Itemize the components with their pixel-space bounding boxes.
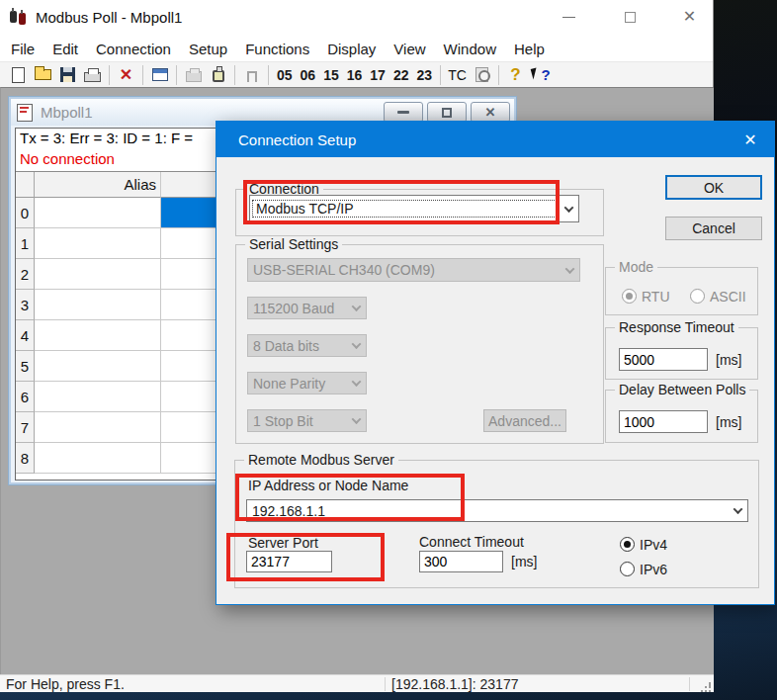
- ip-address-combo[interactable]: 192.168.1.1: [246, 499, 748, 522]
- resize-grip-icon[interactable]: [709, 684, 711, 686]
- about-button[interactable]: ?: [503, 64, 528, 86]
- connection-type-value: Modbus TCP/IP: [251, 199, 558, 219]
- test-center-button[interactable]: TC: [445, 64, 470, 86]
- row-header-0[interactable]: 0: [16, 198, 35, 228]
- server-port-label: Server Port: [248, 535, 318, 551]
- row-header-6[interactable]: 6: [16, 382, 35, 412]
- ipv6-label: IPv6: [640, 562, 667, 577]
- function-button-06[interactable]: 06: [297, 67, 320, 83]
- delay-between-polls-unit: [ms]: [716, 414, 741, 430]
- connection-type-combo[interactable]: Modbus TCP/IP: [249, 195, 579, 222]
- alias-cell-6[interactable]: [35, 382, 161, 412]
- chevron-down-icon: [346, 298, 366, 318]
- function-button-16[interactable]: 16: [343, 67, 367, 83]
- alias-cell-1[interactable]: [35, 228, 161, 259]
- menu-item-setup[interactable]: Setup: [180, 38, 236, 60]
- toolbar-separator: [498, 65, 499, 85]
- minimize-button[interactable]: [547, 0, 591, 34]
- menu-item-window[interactable]: Window: [435, 38, 505, 60]
- menu-item-functions[interactable]: Functions: [236, 38, 318, 60]
- alias-cell-3[interactable]: [35, 290, 161, 320]
- close-icon: ✕: [683, 9, 696, 25]
- open-file-button[interactable]: [31, 64, 55, 86]
- delete-button[interactable]: ✕: [114, 64, 138, 86]
- rtu-label: RTU: [642, 289, 670, 305]
- dialog-close-button[interactable]: ✕: [727, 122, 774, 157]
- status-bar: For Help, press F1. [192.168.1.1]: 23177: [0, 674, 714, 692]
- document-close-button[interactable]: ✕: [471, 102, 510, 123]
- alias-cell-8[interactable]: [35, 443, 161, 474]
- chevron-down-icon: [346, 410, 366, 431]
- alias-cell-4[interactable]: [35, 320, 161, 351]
- print-button[interactable]: [80, 64, 105, 86]
- stop-bits-combo: 1 Stop Bit: [247, 409, 367, 432]
- delay-between-polls-input[interactable]: [619, 410, 708, 433]
- menu-item-file[interactable]: File: [2, 38, 43, 60]
- remote-server-group-label: Remote Modbus Server: [244, 452, 398, 468]
- alias-cell-7[interactable]: [35, 412, 161, 443]
- ip-address-label: IP Address or Node Name: [248, 478, 408, 493]
- open-folder-icon: [35, 69, 51, 80]
- function-button-15[interactable]: 15: [319, 67, 343, 83]
- document-minimize-button[interactable]: [384, 102, 423, 123]
- toolbar-separator: [234, 65, 235, 85]
- chevron-down-icon: [560, 259, 579, 281]
- context-help-button[interactable]: ?: [528, 64, 553, 86]
- close-icon: ✕: [485, 105, 496, 120]
- alias-column-header[interactable]: Alias: [35, 172, 161, 198]
- function-button-05[interactable]: 05: [273, 67, 297, 83]
- log-magnifier-icon: [475, 67, 488, 82]
- save-icon: [60, 67, 75, 82]
- stop-bits-value: 1 Stop Bit: [248, 413, 346, 429]
- function-button-17[interactable]: 17: [366, 67, 389, 83]
- menu-item-edit[interactable]: Edit: [43, 38, 87, 60]
- row-header-4[interactable]: 4: [16, 320, 35, 351]
- baud-rate-value: 115200 Baud: [248, 301, 346, 316]
- function-button-22[interactable]: 22: [389, 67, 413, 83]
- ok-button[interactable]: OK: [665, 175, 762, 200]
- parity-value: None Parity: [248, 376, 346, 392]
- log-button: [470, 64, 494, 86]
- row-header-1[interactable]: 1: [16, 228, 35, 259]
- connect-timeout-input[interactable]: [419, 551, 503, 572]
- menu-item-view[interactable]: View: [385, 38, 434, 60]
- ipv4-radio[interactable]: [620, 537, 635, 552]
- save-button[interactable]: [55, 64, 80, 86]
- new-file-button[interactable]: [6, 64, 31, 86]
- document-title: Mbpoll1: [41, 104, 93, 121]
- maximize-icon: [625, 12, 636, 23]
- toolbar-separator: [142, 65, 143, 85]
- response-timeout-input[interactable]: [619, 348, 708, 371]
- menu-item-display[interactable]: Display: [318, 38, 385, 60]
- delete-x-icon: ✕: [120, 67, 132, 83]
- document-maximize-button[interactable]: [427, 102, 467, 123]
- function-button-23[interactable]: 23: [412, 67, 436, 83]
- row-header-3[interactable]: 3: [16, 290, 35, 320]
- context-help-icon: ?: [531, 66, 551, 84]
- window-icon: [152, 68, 168, 81]
- chevron-down-icon: [346, 373, 366, 394]
- minimize-icon: [562, 17, 575, 18]
- connection-setup-dialog: Connection Setup ✕ OK Cancel Connection …: [216, 121, 775, 605]
- display-setup-button[interactable]: [147, 64, 172, 86]
- connect-device-button[interactable]: [206, 64, 230, 86]
- row-header-8[interactable]: 8: [16, 443, 35, 474]
- row-header-7[interactable]: 7: [16, 412, 35, 443]
- row-header-2[interactable]: 2: [16, 259, 35, 290]
- close-button[interactable]: ✕: [667, 0, 712, 34]
- alias-cell-2[interactable]: [35, 259, 161, 290]
- menu-item-connection[interactable]: Connection: [87, 38, 180, 60]
- serial-settings-group-label: Serial Settings: [245, 236, 342, 252]
- server-port-input[interactable]: [246, 551, 332, 572]
- serial-port-value: USB-SERIAL CH340 (COM9): [248, 262, 560, 278]
- alias-cell-0[interactable]: [35, 198, 161, 228]
- cancel-button[interactable]: Cancel: [665, 217, 762, 240]
- alias-cell-5[interactable]: [35, 351, 161, 382]
- row-header-5[interactable]: 5: [16, 351, 35, 382]
- ipv6-radio[interactable]: [620, 562, 635, 576]
- menu-item-help[interactable]: Help: [505, 38, 554, 60]
- toolbar-separator: [268, 65, 269, 85]
- maximize-button[interactable]: [608, 0, 652, 34]
- new-file-icon: [12, 67, 25, 83]
- desktop-background: Modbus Poll - Mbpoll1 ✕ FileEditConnecti…: [0, 0, 777, 700]
